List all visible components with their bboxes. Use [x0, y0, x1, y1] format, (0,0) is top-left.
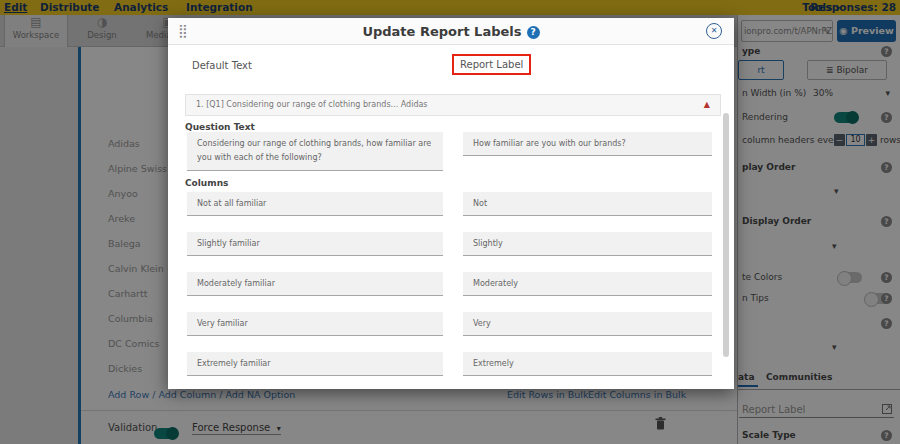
question-text-label: Question Text	[185, 122, 255, 132]
modal-header: ⣿ Update Report Labels ? ✕	[168, 18, 734, 45]
column-default-text-input[interactable]: Slightly familiar	[187, 232, 443, 256]
question-report-label-input[interactable]: How familiar are you with our brands?	[463, 132, 712, 156]
question-default-text-input[interactable]: Considering our range of clothing brands…	[187, 132, 443, 171]
update-report-labels-modal: ⣿ Update Report Labels ? ✕ Default Text …	[168, 18, 734, 389]
column-default-text-input[interactable]: Not at all familiar	[187, 192, 443, 216]
column-report-label-input[interactable]: Moderately	[463, 272, 712, 296]
modal-title: Update Report Labels	[362, 24, 521, 39]
column-report-label-input[interactable]: Extremely	[463, 352, 712, 376]
report-label-column-header: Report Label	[452, 54, 531, 75]
modal-scrollbar[interactable]	[723, 113, 729, 357]
default-text-column-header: Default Text	[192, 60, 252, 71]
question-accordion-title: 1. [Q1] Considering our range of clothin…	[196, 100, 428, 109]
column-report-label-input[interactable]: Not	[463, 192, 712, 216]
column-default-text-input[interactable]: Extremely familiar	[187, 352, 443, 376]
help-icon[interactable]: ?	[527, 26, 540, 39]
collapse-icon[interactable]: ▲	[704, 95, 710, 115]
column-default-text-input[interactable]: Very familiar	[187, 312, 443, 336]
close-button[interactable]: ✕	[706, 23, 722, 39]
question-accordion-header[interactable]: 1. [Q1] Considering our range of clothin…	[185, 94, 721, 116]
drag-handle-icon[interactable]: ⣿	[178, 23, 188, 38]
column-report-label-input[interactable]: Slightly	[463, 232, 712, 256]
column-report-label-input[interactable]: Very	[463, 312, 712, 336]
column-default-text-input[interactable]: Moderately familiar	[187, 272, 443, 296]
columns-label: Columns	[185, 178, 228, 188]
